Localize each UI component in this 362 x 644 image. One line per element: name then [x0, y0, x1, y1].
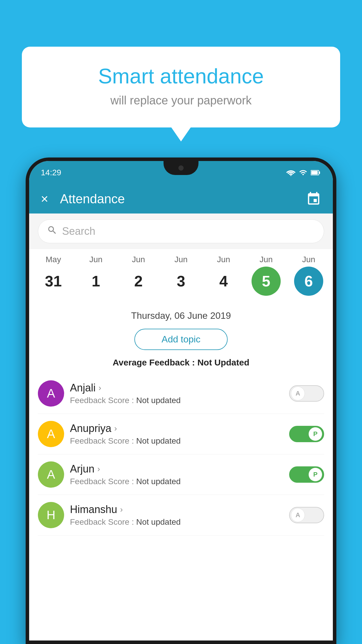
wifi-icon: [286, 169, 296, 177]
chevron-icon: ›: [114, 424, 117, 433]
calendar-icon[interactable]: [306, 191, 321, 206]
attendance-toggle-wrap: P: [289, 466, 324, 483]
toggle-thumb: A: [291, 508, 305, 522]
avatar: A: [38, 421, 64, 447]
speech-bubble: Smart attendance will replace your paper…: [22, 47, 340, 127]
calendar-day[interactable]: Jun4: [203, 255, 244, 296]
search-input-wrapper[interactable]: Search: [38, 219, 324, 243]
cal-date: 1: [81, 267, 110, 296]
feedback-score: Feedback Score : Not updated: [70, 517, 283, 527]
feedback-score: Feedback Score : Not updated: [70, 436, 283, 446]
selected-date: Thursday, 06 June 2019: [29, 307, 333, 324]
attendance-toggle[interactable]: P: [289, 426, 324, 442]
status-time: 14:29: [41, 168, 61, 177]
attendance-toggle[interactable]: A: [289, 507, 324, 523]
chevron-icon: ›: [97, 464, 100, 474]
speech-bubble-title: Smart attendance: [45, 64, 317, 88]
cal-month: Jun: [259, 255, 273, 264]
toggle-thumb: P: [308, 427, 322, 441]
search-icon: [47, 225, 57, 238]
cal-date: 6: [294, 267, 323, 296]
notch-cutout: [164, 161, 198, 175]
calendar-day[interactable]: Jun3: [161, 255, 201, 296]
avatar: H: [38, 502, 64, 528]
cal-date: 5: [252, 267, 281, 296]
cal-month: May: [46, 255, 61, 264]
status-icons: [286, 169, 321, 177]
student-info: Arjun ›Feedback Score : Not updated: [64, 463, 289, 486]
student-name: Arjun ›: [70, 463, 283, 475]
chevron-icon: ›: [120, 505, 123, 514]
student-row[interactable]: AArjun ›Feedback Score : Not updatedP: [38, 454, 324, 495]
content-area: Thursday, 06 June 2019 Add topic Average…: [29, 302, 333, 541]
cal-date: 3: [166, 267, 196, 296]
app-bar: × Attendance: [29, 184, 333, 214]
close-button[interactable]: ×: [41, 192, 48, 206]
attendance-toggle-wrap: P: [289, 426, 324, 442]
avg-feedback: Average Feedback : Not Updated: [29, 355, 333, 373]
avatar: A: [38, 380, 64, 407]
student-info: Himanshu ›Feedback Score : Not updated: [64, 503, 289, 527]
cal-month: Jun: [132, 255, 145, 264]
cal-month: Jun: [174, 255, 187, 264]
speech-bubble-subtitle: will replace your paperwork: [45, 94, 317, 107]
feedback-score: Feedback Score : Not updated: [70, 477, 283, 486]
student-name: Anjali ›: [70, 382, 283, 394]
camera-dot: [178, 165, 184, 171]
attendance-toggle-wrap: A: [289, 507, 324, 523]
status-bar: 14:29: [29, 161, 333, 184]
calendar-day[interactable]: Jun2: [118, 255, 159, 296]
svg-rect-2: [319, 172, 320, 174]
avg-feedback-value: Not Updated: [197, 358, 249, 367]
attendance-toggle-wrap: A: [289, 385, 324, 402]
add-topic-button[interactable]: Add topic: [134, 329, 228, 350]
cal-month: Jun: [217, 255, 230, 264]
svg-rect-1: [311, 171, 318, 174]
avatar: A: [38, 461, 64, 488]
battery-icon: [311, 169, 321, 177]
cal-date: 4: [209, 267, 238, 296]
calendar-day[interactable]: Jun6: [288, 255, 329, 296]
student-row[interactable]: AAnjali ›Feedback Score : Not updatedA: [38, 373, 324, 414]
app-bar-title: Attendance: [60, 192, 306, 206]
calendar-day[interactable]: May31: [33, 255, 74, 296]
cal-date: 2: [124, 267, 153, 296]
student-list: AAnjali ›Feedback Score : Not updatedAAA…: [29, 373, 333, 536]
attendance-toggle[interactable]: A: [289, 385, 324, 402]
student-info: Anjali ›Feedback Score : Not updated: [64, 382, 289, 405]
calendar-day[interactable]: Jun5: [246, 255, 287, 296]
cal-month: Jun: [89, 255, 102, 264]
calendar-day[interactable]: Jun1: [75, 255, 116, 296]
chevron-icon: ›: [99, 383, 101, 393]
student-row[interactable]: AAnupriya ›Feedback Score : Not updatedP: [38, 414, 324, 454]
phone-screen: 14:29: [29, 161, 333, 640]
cal-month: Jun: [302, 255, 315, 264]
student-info: Anupriya ›Feedback Score : Not updated: [64, 422, 289, 446]
attendance-toggle[interactable]: P: [289, 466, 324, 483]
search-bar-container: Search: [29, 214, 333, 249]
cal-date: 31: [39, 267, 68, 296]
toggle-thumb: A: [291, 386, 305, 400]
toggle-thumb: P: [308, 468, 322, 482]
avg-feedback-label: Average Feedback :: [113, 358, 197, 367]
student-name: Himanshu ›: [70, 503, 283, 516]
search-placeholder: Search: [62, 225, 95, 237]
student-name: Anupriya ›: [70, 422, 283, 435]
student-row[interactable]: HHimanshu ›Feedback Score : Not updatedA: [38, 495, 324, 536]
feedback-score: Feedback Score : Not updated: [70, 396, 283, 405]
phone-frame: 14:29: [26, 158, 336, 644]
signal-icon: [299, 169, 307, 177]
calendar-row: May31Jun1Jun2Jun3Jun4Jun5Jun6: [29, 249, 333, 302]
